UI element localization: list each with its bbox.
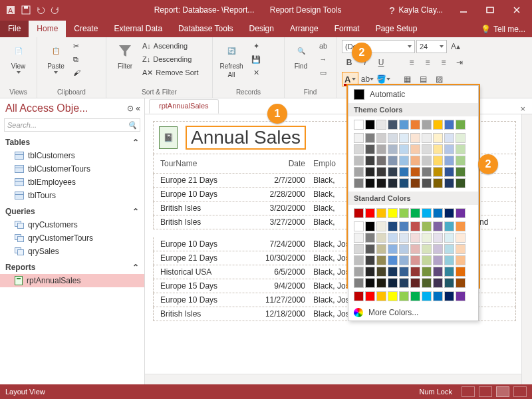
color-swatch[interactable] (365, 133, 375, 143)
color-swatch[interactable] (354, 221, 364, 231)
tab-external-data[interactable]: External Data (106, 21, 170, 37)
color-swatch[interactable] (399, 291, 409, 301)
color-swatch[interactable] (399, 178, 409, 188)
color-swatch[interactable] (354, 233, 364, 243)
color-swatch[interactable] (410, 291, 420, 301)
color-swatch[interactable] (422, 133, 432, 143)
color-swatch[interactable] (410, 278, 420, 288)
highlight-button[interactable]: ab (360, 72, 374, 86)
color-swatch[interactable] (456, 178, 466, 188)
color-swatch[interactable] (444, 221, 454, 231)
color-swatch[interactable] (399, 278, 409, 288)
color-swatch[interactable] (444, 291, 454, 301)
color-swatch[interactable] (388, 255, 398, 265)
color-swatch[interactable] (456, 120, 466, 130)
color-swatch[interactable] (433, 244, 443, 254)
color-swatch[interactable] (388, 167, 398, 177)
color-swatch[interactable] (456, 244, 466, 254)
doc-tab[interactable]: rptAnnualSales (149, 99, 219, 114)
color-swatch[interactable] (365, 144, 375, 154)
delete-record[interactable]: ✕ (249, 66, 263, 78)
color-swatch[interactable] (433, 255, 443, 265)
tab-page-setup[interactable]: Page Setup (368, 21, 426, 37)
tab-file[interactable]: File (0, 21, 29, 37)
color-swatch[interactable] (365, 167, 375, 177)
color-swatch[interactable] (388, 178, 398, 188)
color-swatch[interactable] (410, 233, 420, 243)
alt-row[interactable]: ▤ (416, 72, 430, 86)
color-swatch[interactable] (354, 267, 364, 277)
color-swatch[interactable] (456, 221, 466, 231)
close-button[interactable] (505, 3, 528, 17)
align-right[interactable]: ≡ (436, 56, 451, 69)
color-swatch[interactable] (433, 144, 443, 154)
color-swatch[interactable] (388, 144, 398, 154)
color-swatch[interactable] (444, 278, 454, 288)
color-swatch[interactable] (376, 267, 386, 277)
nav-group-queries[interactable]: Queries⌃ (0, 205, 144, 218)
color-swatch[interactable] (422, 144, 432, 154)
color-swatch[interactable] (422, 156, 432, 166)
gridlines[interactable]: ▦ (400, 72, 414, 86)
color-swatch[interactable] (444, 144, 454, 154)
color-swatch[interactable] (433, 291, 443, 301)
format-painter-button[interactable]: 🖌 (73, 66, 80, 78)
color-swatch[interactable] (399, 156, 409, 166)
tab-database-tools[interactable]: Database Tools (170, 21, 241, 37)
color-swatch[interactable] (444, 244, 454, 254)
find-button[interactable]: 🔍Find (290, 40, 312, 70)
color-swatch[interactable] (433, 278, 443, 288)
color-swatch[interactable] (410, 267, 420, 277)
color-swatch[interactable] (433, 167, 443, 177)
color-swatch[interactable] (388, 278, 398, 288)
view-design[interactable] (513, 386, 527, 397)
nav-item-query[interactable]: qryCustomers (0, 218, 144, 231)
view-report[interactable] (462, 386, 475, 397)
color-swatch[interactable] (456, 233, 466, 243)
color-swatch[interactable] (399, 167, 409, 177)
copy-button[interactable]: ⧉ (73, 53, 80, 65)
color-swatch[interactable] (365, 291, 375, 301)
color-swatch[interactable] (376, 291, 386, 301)
color-swatch[interactable] (354, 178, 364, 188)
color-swatch[interactable] (444, 178, 454, 188)
col-date[interactable]: Date (252, 157, 312, 170)
color-swatch[interactable] (365, 120, 375, 130)
color-swatch[interactable] (354, 120, 364, 130)
color-swatch[interactable] (456, 133, 466, 143)
color-swatch[interactable] (376, 178, 386, 188)
color-swatch[interactable] (354, 144, 364, 154)
color-swatch[interactable] (410, 255, 420, 265)
vertical-scrollbar[interactable] (521, 114, 532, 384)
fill-color-button[interactable]: 🪣 (376, 72, 390, 86)
color-swatch[interactable] (444, 120, 454, 130)
color-swatch[interactable] (422, 255, 432, 265)
color-swatch[interactable] (433, 156, 443, 166)
color-swatch[interactable] (422, 120, 432, 130)
color-swatch[interactable] (422, 278, 432, 288)
col-tourname[interactable]: TourName (159, 157, 252, 170)
color-swatch[interactable] (410, 221, 420, 231)
goto[interactable]: → (316, 53, 331, 65)
color-swatch[interactable] (410, 133, 420, 143)
color-swatch[interactable] (410, 208, 420, 218)
color-swatch[interactable] (388, 233, 398, 243)
color-swatch[interactable] (422, 208, 432, 218)
color-swatch[interactable] (354, 278, 364, 288)
color-swatch[interactable] (365, 244, 375, 254)
color-swatch[interactable] (433, 208, 443, 218)
color-swatch[interactable] (456, 167, 466, 177)
color-swatch[interactable] (365, 178, 375, 188)
view-layout[interactable] (496, 386, 509, 397)
color-swatch[interactable] (399, 208, 409, 218)
select[interactable]: ▭ (316, 66, 331, 78)
nav-item-report[interactable]: rptAnnualSales (0, 274, 144, 287)
underline-button[interactable]: U (374, 56, 388, 69)
color-swatch[interactable] (354, 156, 364, 166)
color-swatch[interactable] (422, 244, 432, 254)
conditional[interactable]: ▨ (432, 72, 446, 86)
color-swatch[interactable] (388, 267, 398, 277)
color-swatch[interactable] (365, 221, 375, 231)
color-swatch[interactable] (354, 167, 364, 177)
color-swatch[interactable] (410, 178, 420, 188)
